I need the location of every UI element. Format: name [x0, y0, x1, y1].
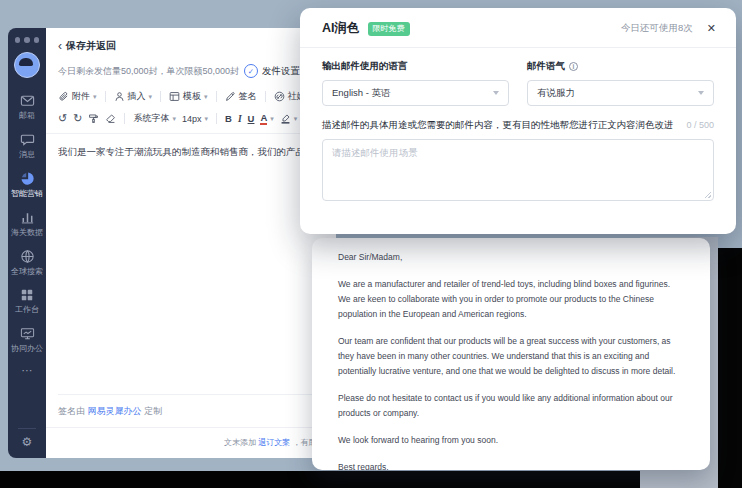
font-family-value: 系统字体: [133, 112, 169, 125]
char-counter: 0 / 500: [678, 120, 714, 130]
tone-field: 邮件语气 i 有说服力: [527, 60, 714, 106]
font-color-button[interactable]: A ▾: [260, 113, 273, 125]
font-size-value: 14px: [182, 114, 202, 124]
grid-icon: [20, 288, 34, 302]
window-controls[interactable]: [15, 37, 40, 43]
pen-icon: [225, 91, 236, 102]
font-color-glyph: A: [260, 113, 267, 125]
signature-prefix: 签名由: [58, 406, 85, 416]
person-icon: [114, 91, 125, 102]
chevron-down-icon: ▾: [204, 93, 208, 100]
divider: [58, 394, 336, 395]
tone-select[interactable]: 有说服力: [527, 80, 714, 106]
chevron-down-icon: ▾: [270, 115, 274, 122]
sidebar-nav: 邮箱 消息 智能营销 海关数据 全球搜索 工作台: [8, 93, 46, 374]
ai-polish-dialog: AI润色 限时免费 今日还可使用8次 ✕ 输出邮件使用的语言 English -…: [300, 8, 736, 234]
dialog-body: 输出邮件使用的语言 English - 英语 邮件语气 i 有说服力: [300, 48, 736, 201]
chevron-left-icon: ‹: [58, 41, 62, 51]
email-paragraph: Dear Sir/Madam,: [338, 250, 684, 265]
signature-note: 签名由 网易灵犀办公 定制: [58, 405, 162, 418]
attachment-button[interactable]: 附件 ▾: [58, 90, 97, 103]
italic-button[interactable]: I: [238, 114, 242, 124]
redo-button[interactable]: ↻: [73, 113, 82, 124]
mail-icon: [20, 93, 35, 108]
toolbar-separator: [216, 113, 217, 124]
bold-button[interactable]: B: [225, 113, 232, 124]
unsubscribe-link[interactable]: 退订文案: [258, 438, 290, 447]
undo-button[interactable]: ↺: [58, 113, 67, 124]
tone-label-row: 邮件语气 i: [527, 60, 714, 73]
email-paragraph: We look forward to hearing from you soon…: [338, 433, 684, 448]
tone-label: 邮件语气: [527, 60, 565, 73]
compose-toolbar-format: ↺ ↻ 系统字体 ▾ 14px ▾ B I U A ▾: [46, 112, 336, 134]
window-dot-icon[interactable]: [24, 37, 30, 43]
scenario-textarea[interactable]: [323, 140, 713, 200]
sidebar-item-global-search[interactable]: 全球搜索: [8, 249, 46, 277]
sidebar-item-label: 海关数据: [11, 227, 43, 238]
sidebar-item-label: 全球搜索: [11, 266, 43, 277]
dialog-form: 输出邮件使用的语言 English - 英语 邮件语气 i 有说服力: [322, 60, 714, 106]
sidebar-item-label: 协同办公: [11, 343, 43, 354]
check-circle-icon: ✓: [244, 64, 258, 78]
divider: [46, 427, 336, 428]
desktop-black-strip: [0, 471, 742, 488]
font-family-select[interactable]: 系统字体 ▾: [133, 112, 176, 125]
sidebar-item-label: 邮箱: [19, 110, 35, 121]
tone-value: 有说服力: [537, 87, 575, 100]
settings-button[interactable]: ⚙: [22, 436, 33, 448]
sidebar-item-mail[interactable]: 邮箱: [8, 93, 46, 121]
check-glyph: ✓: [248, 67, 254, 76]
window-dot-icon[interactable]: [15, 37, 21, 43]
pie-chart-icon: [20, 171, 35, 186]
highlight-color-button[interactable]: ▾: [280, 113, 298, 124]
template-label: 模板: [183, 90, 201, 103]
globe-icon: [20, 249, 35, 264]
signature-label: 签名: [239, 90, 257, 103]
attachment-label: 附件: [72, 90, 90, 103]
info-icon[interactable]: i: [569, 62, 578, 71]
compose-window: ‹ 保存并返回 今日剩余发信量50,000封，单次限额50,000封 ✓ 发件设…: [46, 28, 336, 458]
sidebar-item-label: 工作台: [15, 304, 39, 315]
compose-toolbar-primary: 附件 ▾ 插入 ▾ 模板 ▾ 签名 社媒链接: [46, 90, 336, 103]
toolbar-separator: [216, 91, 217, 102]
compose-body-text[interactable]: 我们是一家专注于潮流玩具的制造商和销售商，我们的产品线包括盲盒、: [58, 146, 324, 159]
email-content-card: Dear Sir/Madam, We are a manufacturer an…: [312, 238, 710, 470]
sidebar-item-workbench[interactable]: 工作台: [8, 288, 46, 315]
sidebar-more-button[interactable]: ⋯: [22, 366, 33, 374]
user-avatar[interactable]: [14, 52, 40, 78]
underline-button[interactable]: U: [248, 113, 255, 124]
email-body[interactable]: Dear Sir/Madam, We are a manufacturer an…: [312, 238, 710, 470]
avatar-graphic: [19, 58, 33, 66]
toolbar-separator: [265, 91, 266, 102]
sidebar-item-collab-office[interactable]: 协同办公: [8, 326, 46, 354]
insert-button[interactable]: 插入 ▾: [114, 90, 153, 103]
sidebar-item-smart-marketing[interactable]: 智能营销: [8, 171, 46, 199]
sidebar-item-label: 消息: [19, 149, 35, 160]
sidebar-divider: [18, 428, 36, 429]
font-size-select[interactable]: 14px ▾: [182, 114, 208, 124]
close-button[interactable]: ✕: [707, 23, 716, 34]
email-paragraph: Please do not hesitate to contact us if …: [338, 391, 684, 421]
footer-prefix: 文末添加: [224, 438, 256, 447]
signature-button[interactable]: 签名: [225, 90, 257, 103]
sidebar-item-messages[interactable]: 消息: [8, 132, 46, 160]
caret-down-icon: [493, 91, 499, 95]
app-sidebar: 邮箱 消息 智能营销 海关数据 全球搜索 工作台: [8, 28, 46, 458]
language-label: 输出邮件使用的语言: [322, 60, 509, 73]
email-paragraph: Our team are confident that our products…: [338, 334, 684, 379]
window-dot-icon[interactable]: [34, 37, 40, 43]
sidebar-item-customs-data[interactable]: 海关数据: [8, 210, 46, 238]
close-icon: ✕: [707, 22, 716, 34]
language-select[interactable]: English - 英语: [322, 80, 509, 106]
format-painter-button[interactable]: [88, 113, 99, 124]
save-and-return-button[interactable]: ‹ 保存并返回: [46, 28, 336, 53]
save-and-return-label: 保存并返回: [66, 39, 116, 53]
app-canvas: 邮箱 消息 智能营销 海关数据 全球搜索 工作台: [0, 0, 742, 488]
clear-format-button[interactable]: [105, 113, 116, 124]
monitor-icon: [20, 326, 35, 341]
template-button[interactable]: 模板 ▾: [169, 90, 208, 103]
toolbar-separator: [160, 91, 161, 102]
highlighter-icon: [280, 113, 291, 124]
signature-brand-link[interactable]: 网易灵犀办公: [88, 406, 142, 416]
chevron-down-icon: ▾: [294, 115, 298, 122]
